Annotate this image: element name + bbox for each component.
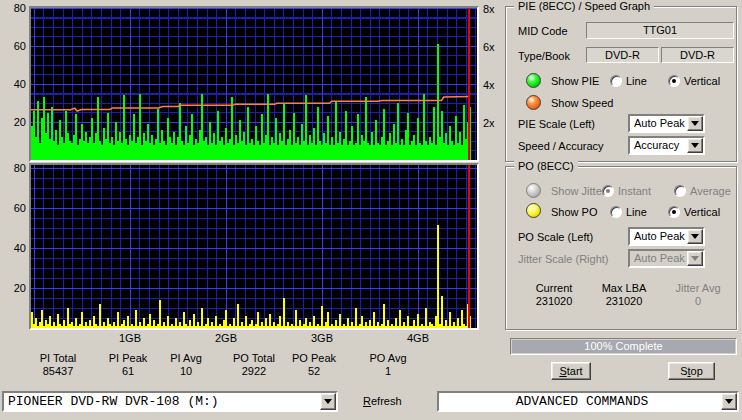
chevron-down-icon[interactable] xyxy=(687,116,703,131)
stat-value: 10 xyxy=(158,365,214,377)
speed-y-tick: 6x xyxy=(483,41,495,53)
stat-value: 1 xyxy=(356,365,420,377)
show-po-led-button[interactable] xyxy=(526,203,541,218)
bar xyxy=(201,308,203,328)
jitter-scale-select: Auto Peak xyxy=(628,249,705,268)
speed-line xyxy=(31,8,477,160)
po-chart xyxy=(29,163,479,330)
bar xyxy=(283,298,285,328)
po-vertical-label[interactable]: Vertical xyxy=(684,206,720,218)
speed-accuracy-select[interactable]: Accuracy xyxy=(628,136,705,155)
po-scale-label: PO Scale (Left) xyxy=(518,231,593,243)
current-value: 231020 xyxy=(520,295,588,307)
bar xyxy=(99,304,101,328)
stat-value: 52 xyxy=(284,365,344,377)
jitter-avg-value: 0 xyxy=(662,295,734,307)
pie-vertical-radio[interactable] xyxy=(668,75,680,87)
pie-y-tick: 20 xyxy=(2,116,26,128)
po-chart-plot xyxy=(31,165,477,328)
stat-value: 61 xyxy=(98,365,158,377)
drive-select-value: PIONEER DVD-RW DVR-108 (M:) xyxy=(4,393,320,410)
mid-code-field: TTG01 xyxy=(586,22,734,39)
jitter-average-label: Average xyxy=(690,185,731,197)
jitter-avg-label: Jitter Avg xyxy=(662,282,734,294)
pie-line-label[interactable]: Line xyxy=(626,75,647,87)
pie-speed-group: PIE (8ECC) / Speed Graph MID Code TTG01 … xyxy=(505,6,737,162)
max-lba-label: Max LBA xyxy=(590,282,658,294)
start-button[interactable]: Start xyxy=(551,362,591,380)
chevron-down-icon xyxy=(687,251,703,266)
pie-y-tick: 40 xyxy=(2,78,26,90)
po-y-tick: 80 xyxy=(2,162,26,174)
stat-label: PI Peak xyxy=(98,352,158,364)
po-bars xyxy=(31,165,470,328)
po-y-tick: 40 xyxy=(2,242,26,254)
bar xyxy=(425,308,427,328)
stat-value: 85437 xyxy=(28,365,88,377)
refresh-button[interactable]: Refresh xyxy=(363,395,402,407)
jitter-instant-radio xyxy=(602,185,614,197)
po-y-tick: 60 xyxy=(2,202,26,214)
stat-label: PI Avg xyxy=(158,352,214,364)
show-speed-label: Show Speed xyxy=(551,97,613,109)
show-jitter-label: Show Jitter xyxy=(551,185,605,197)
advanced-commands-select[interactable]: ADVANCED COMMANDS xyxy=(437,391,739,412)
po-group: PO (8ECC) Show Jitter Instant Average Sh… xyxy=(505,166,737,330)
position-cursor-line xyxy=(468,8,470,160)
speed-accuracy-label: Speed / Accuracy xyxy=(518,140,604,152)
jitter-average-radio xyxy=(674,185,686,197)
disc-quality-app-window: 80 60 40 20 8x 6x 4x 2x 80 60 40 20 1GB … xyxy=(0,0,742,420)
chevron-down-icon[interactable] xyxy=(320,393,336,410)
speed-y-tick: 4x xyxy=(483,79,495,91)
stat-label: PO Total xyxy=(222,352,286,364)
pie-group-title: PIE (8ECC) / Speed Graph xyxy=(514,0,654,12)
progress-bar: 100% Complete xyxy=(510,338,737,355)
pie-scale-select[interactable]: Auto Peak xyxy=(628,114,705,133)
type-book-label: Type/Book xyxy=(518,50,570,62)
x-axis-tick: 3GB xyxy=(297,332,347,344)
bar xyxy=(355,308,357,328)
pie-scale-value: Auto Peak xyxy=(630,116,687,131)
chevron-down-icon[interactable] xyxy=(687,229,703,244)
bar xyxy=(441,296,443,328)
stop-button[interactable]: Stop xyxy=(668,362,715,380)
pie-vertical-label[interactable]: Vertical xyxy=(684,75,720,87)
advanced-commands-value: ADVANCED COMMANDS xyxy=(439,393,721,410)
show-pie-label: Show PIE xyxy=(551,75,599,87)
show-speed-led-button[interactable] xyxy=(526,95,541,110)
current-label: Current xyxy=(520,282,588,294)
show-po-label: Show PO xyxy=(551,206,597,218)
bar xyxy=(159,300,161,328)
po-line-label[interactable]: Line xyxy=(626,206,647,218)
jitter-scale-value: Auto Peak xyxy=(630,251,687,266)
bar xyxy=(383,304,385,328)
pie-y-tick: 80 xyxy=(2,2,26,14)
position-cursor-line xyxy=(468,165,470,328)
po-line-radio[interactable] xyxy=(610,206,622,218)
chevron-down-icon[interactable] xyxy=(687,138,703,153)
disc-type-field: DVD-R xyxy=(586,47,659,63)
speed-y-tick: 2x xyxy=(483,117,495,129)
pie-line-radio[interactable] xyxy=(610,75,622,87)
chevron-down-icon[interactable] xyxy=(721,393,737,410)
stat-label: PI Total xyxy=(28,352,88,364)
po-scale-value: Auto Peak xyxy=(630,229,687,244)
stat-value: 2922 xyxy=(222,365,286,377)
bar xyxy=(437,225,439,328)
jitter-scale-label: Jitter Scale (Right) xyxy=(518,253,608,265)
bar xyxy=(237,304,239,328)
pie-chart-plot xyxy=(31,8,477,160)
po-vertical-radio[interactable] xyxy=(668,206,680,218)
stat-label: PO Peak xyxy=(284,352,344,364)
drive-select[interactable]: PIONEER DVD-RW DVR-108 (M:) xyxy=(2,391,338,412)
progress-label: 100% Complete xyxy=(511,340,736,352)
pie-scale-label: PIE Scale (Left) xyxy=(518,118,595,130)
speed-y-tick: 8x xyxy=(483,3,495,15)
max-lba-value: 231020 xyxy=(590,295,658,307)
po-y-tick: 20 xyxy=(2,282,26,294)
po-scale-select[interactable]: Auto Peak xyxy=(628,227,705,246)
mid-code-label: MID Code xyxy=(518,25,568,37)
pie-speed-chart xyxy=(29,6,479,162)
show-pie-led-button[interactable] xyxy=(526,73,541,88)
stat-label: PO Avg xyxy=(356,352,420,364)
